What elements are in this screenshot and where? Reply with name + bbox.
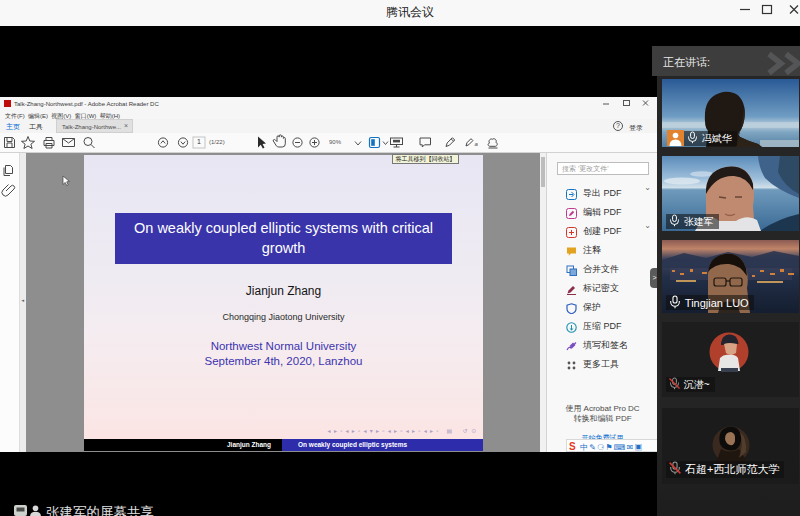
svg-text:a: a [475, 141, 479, 147]
